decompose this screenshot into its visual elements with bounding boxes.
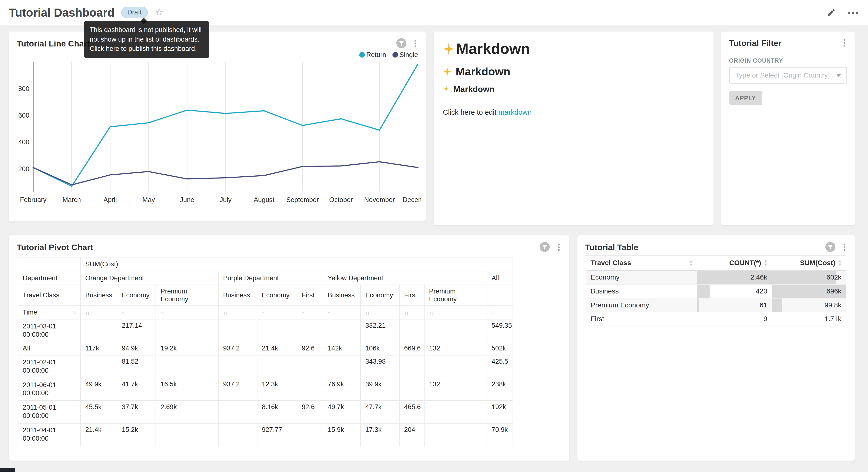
legend-dot-icon	[392, 52, 398, 58]
pivot-sorted-desc-cell[interactable]: ↓	[487, 305, 513, 319]
pivot-cell: 49.9k	[81, 378, 117, 401]
page-title: Tutorial Dashboard	[9, 6, 115, 19]
column-header-travel-class[interactable]: Travel Class	[586, 256, 697, 270]
svg-text:October: October	[329, 196, 353, 204]
pivot-cell: 39.9k	[361, 378, 399, 401]
edit-dashboard-button[interactable]	[827, 8, 836, 17]
chevron-down-icon	[836, 74, 841, 77]
pivot-sort-cell[interactable]: ↑↓	[257, 305, 297, 319]
pivot-sort-cell[interactable]: ↑↓	[424, 305, 487, 319]
pivot-cell	[257, 319, 297, 342]
origin-country-label: ORIGIN COUNTRY	[729, 57, 847, 64]
legend-label: Single	[400, 51, 418, 59]
pivot-cell: 937.2	[218, 342, 257, 355]
pivot-sort-cell[interactable]: ↑↓	[156, 305, 218, 319]
pivot-cell: 49.7k	[323, 401, 361, 423]
select-placeholder: Type or Select [Origin Country]	[735, 71, 830, 79]
pivot-sort-cell[interactable]: ↑↓	[361, 305, 399, 319]
cross-filter-icon[interactable]	[539, 242, 550, 252]
sort-icon[interactable]: ↑↓	[223, 310, 227, 316]
sort-icon[interactable]: ↑↓	[429, 310, 433, 316]
cell-travel-class: Economy	[586, 270, 697, 285]
cross-filter-icon[interactable]	[826, 242, 835, 252]
pivot-cell: 217.14	[117, 319, 156, 342]
pivot-row-label: 2011-02-01 00:00:00	[18, 355, 81, 378]
pivot-cell	[424, 423, 487, 446]
sort-carets-icon[interactable]	[838, 260, 842, 266]
table-row[interactable]: Economy2.46k602k	[586, 270, 846, 285]
pivot-sort-cell[interactable]: ↑↓	[117, 305, 156, 319]
pivot-department-header: Yellow Department	[323, 271, 487, 285]
pivot-cell	[218, 355, 257, 378]
sort-icon[interactable]: ↑↓	[85, 310, 89, 316]
pivot-cell: 41.7k	[117, 378, 156, 401]
filter-kebab-menu[interactable]	[842, 38, 847, 48]
edit-markdown-link[interactable]: markdown	[499, 108, 532, 116]
sort-icon[interactable]: ↑↓	[328, 310, 332, 316]
draft-badge[interactable]: Draft	[121, 7, 148, 18]
sort-icon[interactable]: ↑↓	[262, 310, 266, 316]
sort-icon[interactable]: ↑↓	[404, 310, 408, 316]
sort-carets-icon[interactable]	[689, 260, 693, 266]
cell-travel-class: First	[586, 312, 697, 326]
pivot-class-header: Economy	[257, 285, 297, 305]
pivot-cell: 94.9k	[117, 342, 156, 355]
column-header-label: Travel Class	[591, 259, 631, 267]
legend-item-single[interactable]: Single	[392, 51, 418, 59]
sort-carets-icon[interactable]	[764, 260, 767, 266]
column-header-sum-cost[interactable]: SUM(Cost)	[772, 256, 846, 270]
pivot-sort-cell[interactable]: ↑↓	[218, 305, 257, 319]
column-header-count[interactable]: COUNT(*)	[697, 256, 772, 270]
cell-sum: 1.71k	[772, 312, 846, 326]
table-row[interactable]: First91.71k	[586, 312, 846, 326]
pivot-class-header: Business	[218, 285, 257, 305]
pivot-sort-cell[interactable]: ↑↓	[297, 305, 323, 319]
pivot-cell	[399, 378, 424, 401]
sort-desc-icon[interactable]: ↓	[492, 309, 494, 316]
pivot-row-label: 2011-04-01 00:00:00	[18, 423, 81, 446]
pivot-sort-cell[interactable]: ↑↓	[323, 305, 361, 319]
pivot-cell	[81, 355, 117, 378]
pivot-cell: 343.98	[361, 355, 399, 378]
pivot-cell	[323, 355, 361, 378]
sort-icon[interactable]: ↑↓	[161, 310, 164, 316]
pivot-time-label-cell[interactable]: Time↑↓	[18, 305, 81, 319]
line-chart-title: Tutorial Line Chart	[17, 38, 90, 48]
table-row[interactable]: Business420696k	[586, 285, 846, 298]
filter-card-title: Tutorial Filter	[729, 38, 781, 48]
svg-text:800: 800	[18, 85, 29, 92]
svg-text:September: September	[286, 196, 319, 204]
legend-label: Return	[366, 51, 386, 59]
cross-filter-icon[interactable]	[396, 38, 406, 48]
pivot-sort-cell[interactable]: ↑↓	[399, 305, 424, 319]
origin-country-select[interactable]: Type or Select [Origin Country]	[729, 67, 847, 84]
legend-item-return[interactable]: Return	[359, 51, 386, 59]
pivot-cell: 549.35	[487, 319, 513, 342]
sort-icon[interactable]: ↑↓	[365, 310, 369, 316]
pivot-cell	[424, 401, 487, 423]
pivot-cell: 142k	[323, 342, 361, 355]
unpublished-tooltip[interactable]: This dashboard is not published, it will…	[84, 21, 209, 58]
pivot-data-row: 2011-05-01 00:00:0045.5k37.7k2.69k8.16k9…	[18, 401, 513, 423]
pivot-cell: 8.16k	[257, 401, 297, 423]
sort-icon[interactable]: ↑↓	[122, 310, 126, 316]
pivot-sort-cell[interactable]: ↑↓	[81, 305, 117, 319]
apply-button[interactable]: APPLY	[729, 91, 762, 105]
more-menu-button[interactable]	[848, 9, 858, 16]
favorite-star-icon[interactable]: ☆	[155, 8, 163, 17]
cell-count: 9	[697, 312, 772, 326]
table-row[interactable]: Premium Economy6199.8k	[586, 298, 846, 312]
pivot-cell: 669.6	[399, 342, 424, 355]
sort-icon[interactable]: ↑↓	[72, 309, 76, 315]
pivot-cell: 502k	[487, 342, 513, 355]
chart-kebab-menu[interactable]	[413, 38, 418, 48]
pivot-cell: 21.4k	[257, 342, 297, 355]
pivot-cell: 132	[424, 342, 487, 355]
pivot-kebab-menu[interactable]	[556, 242, 561, 252]
pivot-cell: 12.3k	[257, 378, 297, 401]
line-chart[interactable]: 200400600800FebruaryMarchAprilMayJuneJul…	[9, 59, 421, 208]
line-chart-card: Tutorial Line Chart ReturnSingle 2004006…	[9, 32, 426, 222]
svg-text:May: May	[142, 196, 155, 204]
sort-icon[interactable]: ↑↓	[302, 310, 306, 316]
table-kebab-menu[interactable]	[842, 242, 847, 252]
